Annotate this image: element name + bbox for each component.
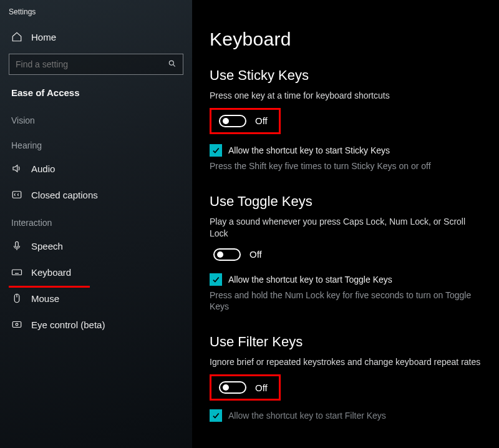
svg-point-0 <box>169 61 173 65</box>
togglekeys-toggle[interactable]: Off <box>210 246 266 263</box>
group-hearing: Hearing <box>0 130 192 155</box>
sticky-shortcut-hint: Press the Shift key five times to turn S… <box>210 160 482 172</box>
search-input[interactable] <box>16 59 168 69</box>
sidebar-item-label: Speech <box>31 241 63 251</box>
window-title: Settings <box>0 5 192 25</box>
mouse-icon <box>11 293 22 304</box>
section-sticky-heading: Use Sticky Keys <box>210 67 482 84</box>
svg-point-13 <box>16 323 18 326</box>
checkbox-checked-icon <box>210 409 222 422</box>
toggle-desc: Play a sound whenever you press Caps Loc… <box>210 216 482 240</box>
home-icon <box>11 31 22 42</box>
checkbox-label: Allow the shortcut key to start Filter K… <box>228 411 386 421</box>
toggle-switch-icon <box>219 381 246 394</box>
sticky-shortcut-checkbox-row[interactable]: Allow the shortcut key to start Sticky K… <box>210 144 482 157</box>
sidebar-section-title: Ease of Access <box>0 81 192 105</box>
keyboard-icon <box>11 266 22 278</box>
svg-rect-4 <box>12 270 22 275</box>
toggle-state-label: Off <box>255 382 268 393</box>
svg-line-1 <box>173 64 175 66</box>
svg-rect-3 <box>16 241 19 247</box>
filter-shortcut-cutoff: Allow the shortcut key to start Filter K… <box>210 409 482 422</box>
sidebar-item-speech[interactable]: Speech <box>0 233 192 259</box>
svg-rect-2 <box>12 192 21 198</box>
search-input-wrap[interactable] <box>9 54 183 75</box>
section-filter-heading: Use Filter Keys <box>210 334 482 350</box>
highlight-box-sticky: Off <box>210 108 281 134</box>
sidebar-item-label: Audio <box>31 163 55 174</box>
search-icon <box>168 59 177 70</box>
checkbox-checked-icon <box>210 273 222 286</box>
nav-home-label: Home <box>31 32 56 42</box>
filter-desc: Ignore brief or repeated keystrokes and … <box>210 356 482 368</box>
svg-rect-12 <box>12 322 21 328</box>
group-vision: Vision <box>0 105 192 130</box>
settings-window: Settings Home Ease of Access Vision Hear… <box>0 0 499 448</box>
cc-icon <box>11 189 22 200</box>
speaker-icon <box>11 163 22 174</box>
toggle-switch-icon <box>213 248 241 261</box>
page-title: Keyboard <box>210 29 482 50</box>
toggle-switch-icon <box>219 115 246 127</box>
checkbox-checked-icon <box>210 144 222 157</box>
checkbox-label: Allow the shortcut key to start Toggle K… <box>228 275 392 285</box>
sidebar-item-label: Keyboard <box>31 267 71 278</box>
highlight-box-filter: Off <box>210 374 281 401</box>
sidebar-item-audio[interactable]: Audio <box>0 155 192 182</box>
filter-toggle[interactable]: Off <box>215 379 271 396</box>
main-content: Keyboard Use Sticky Keys Press one key a… <box>192 0 499 448</box>
sidebar-item-closed-captions[interactable]: Closed captions <box>0 182 192 208</box>
sidebar-item-eye-control[interactable]: Eye control (beta) <box>0 311 192 338</box>
nav-home[interactable]: Home <box>0 25 192 49</box>
sidebar-item-label: Closed captions <box>31 190 98 200</box>
togglekeys-shortcut-hint: Press and hold the Num Lock key for five… <box>210 290 482 313</box>
toggle-state-label: Off <box>250 249 262 260</box>
sticky-desc: Press one key at a time for keyboard sho… <box>210 90 482 102</box>
sticky-toggle[interactable]: Off <box>215 112 271 130</box>
sidebar: Settings Home Ease of Access Vision Hear… <box>0 0 192 448</box>
microphone-icon <box>11 240 22 251</box>
checkbox-label: Allow the shortcut key to start Sticky K… <box>228 145 390 155</box>
section-toggle-heading: Use Toggle Keys <box>210 193 482 210</box>
sidebar-item-mouse[interactable]: Mouse <box>0 285 192 311</box>
toggle-state-label: Off <box>255 115 268 126</box>
sidebar-item-label: Mouse <box>31 293 59 304</box>
sidebar-item-label: Eye control (beta) <box>31 319 105 330</box>
sidebar-item-keyboard[interactable]: Keyboard <box>0 259 192 285</box>
group-interaction: Interaction <box>0 208 192 233</box>
eye-control-icon <box>11 319 22 330</box>
togglekeys-shortcut-checkbox-row[interactable]: Allow the shortcut key to start Toggle K… <box>210 273 482 286</box>
